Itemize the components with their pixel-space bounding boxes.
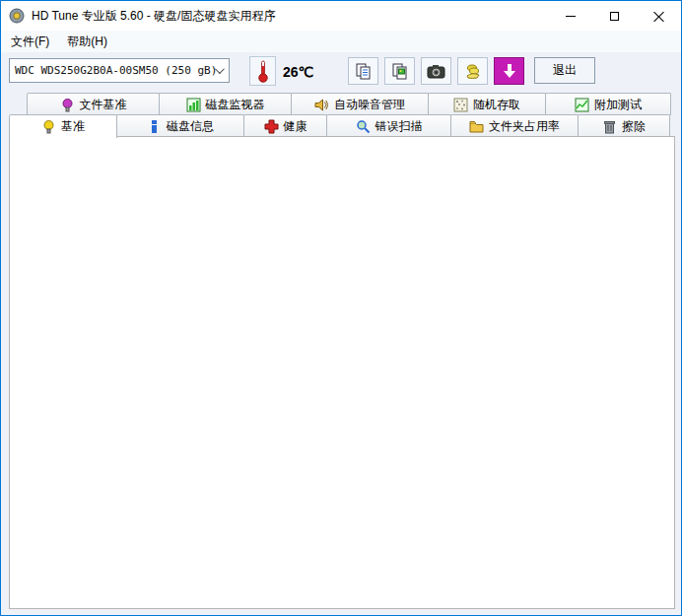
trash-icon — [602, 119, 617, 134]
update-arrow-icon — [502, 62, 517, 80]
maximize-icon — [610, 12, 619, 21]
tab-benchmark[interactable]: 基准 — [9, 114, 117, 138]
tab-label: 错误扫描 — [375, 118, 423, 135]
copy-image-icon — [391, 62, 409, 80]
screenshot-button[interactable] — [421, 57, 451, 85]
tab-file-benchmark[interactable]: 文件基准 — [27, 93, 160, 115]
screenshot-icon — [427, 64, 445, 79]
temperature-button[interactable] — [249, 56, 276, 86]
tab-label: 基准 — [61, 118, 85, 135]
tab-aam[interactable]: 自动噪音管理 — [291, 93, 429, 115]
tab-extra-tests[interactable]: 附加测试 — [545, 93, 671, 115]
tab-disk-info[interactable]: 磁盘信息 — [116, 114, 244, 137]
tab-label: 擦除 — [622, 118, 646, 135]
close-button[interactable] — [637, 1, 681, 31]
update-button[interactable] — [494, 57, 524, 85]
tab-label: 文件基准 — [80, 97, 127, 113]
app-icon — [9, 8, 25, 24]
donate-button[interactable] — [457, 57, 488, 85]
tab-random-access[interactable]: 随机存取 — [428, 93, 546, 115]
minimize-button[interactable] — [548, 1, 592, 31]
tab-disk-monitor[interactable]: 磁盘监视器 — [159, 93, 292, 115]
tab-label: 附加测试 — [594, 97, 642, 113]
exit-button[interactable]: 退出 — [534, 57, 595, 84]
lamp-purple-icon — [60, 98, 75, 112]
tab-label: 磁盘监视器 — [206, 97, 265, 113]
tab-row-primary: 基准 磁盘信息 健康 错误扫描 文件夹占用率 擦除 — [9, 114, 675, 137]
hand-coins-icon — [464, 62, 482, 80]
tab-label: 磁盘信息 — [167, 118, 214, 135]
toolbar: WDC WDS250G2B0A-00SM50 (250 gB) 26℃ — [1, 52, 681, 92]
menu-help[interactable]: 帮助(H) — [59, 32, 115, 52]
tab-erase[interactable]: 擦除 — [578, 114, 670, 137]
magnifier-icon — [356, 119, 371, 134]
copy-image-button[interactable] — [384, 57, 415, 85]
tab-label: 随机存取 — [473, 97, 520, 113]
tab-label: 健康 — [284, 118, 307, 135]
menu-file[interactable]: 文件(F) — [3, 32, 57, 52]
extra-chart-icon — [575, 98, 589, 112]
minimize-icon — [566, 16, 576, 17]
menubar: 文件(F) 帮助(H) — [1, 31, 681, 52]
tab-health[interactable]: 健康 — [243, 114, 327, 137]
thermometer-icon — [257, 59, 269, 83]
random-dots-icon — [453, 98, 468, 112]
temperature-value: 26℃ — [283, 64, 313, 80]
tab-label: 自动噪音管理 — [334, 97, 405, 113]
tab-label: 文件夹占用率 — [489, 118, 560, 135]
health-cross-icon — [264, 119, 279, 134]
window-title: HD Tune 专业版 5.60 - 硬盘/固态硬盘实用程序 — [32, 8, 275, 25]
tab-folder-usage[interactable]: 文件夹占用率 — [450, 114, 579, 137]
hdtune-window: HD Tune 专业版 5.60 - 硬盘/固态硬盘实用程序 文件(F) 帮助(… — [0, 0, 682, 616]
benchmark-page — [9, 136, 675, 609]
folder-icon — [469, 119, 484, 134]
maximize-button[interactable] — [592, 1, 637, 31]
info-icon — [147, 119, 162, 134]
drive-select-value: WDC WDS250G2B0A-00SM50 (250 gB) — [15, 64, 217, 77]
speaker-icon — [314, 98, 329, 112]
tab-error-scan[interactable]: 错误扫描 — [326, 114, 451, 137]
copy-report-icon — [355, 62, 373, 80]
tab-row-secondary: 文件基准 磁盘监视器 自动噪音管理 随机存取 附加测试 — [27, 93, 675, 115]
close-icon — [653, 11, 664, 22]
bar-chart-icon — [186, 98, 201, 112]
drive-select[interactable]: WDC WDS250G2B0A-00SM50 (250 gB) — [9, 58, 230, 83]
copy-report-button[interactable] — [348, 57, 378, 85]
lamp-yellow-icon — [41, 119, 56, 134]
titlebar: HD Tune 专业版 5.60 - 硬盘/固态硬盘实用程序 — [1, 1, 681, 31]
exit-label: 退出 — [553, 62, 577, 79]
